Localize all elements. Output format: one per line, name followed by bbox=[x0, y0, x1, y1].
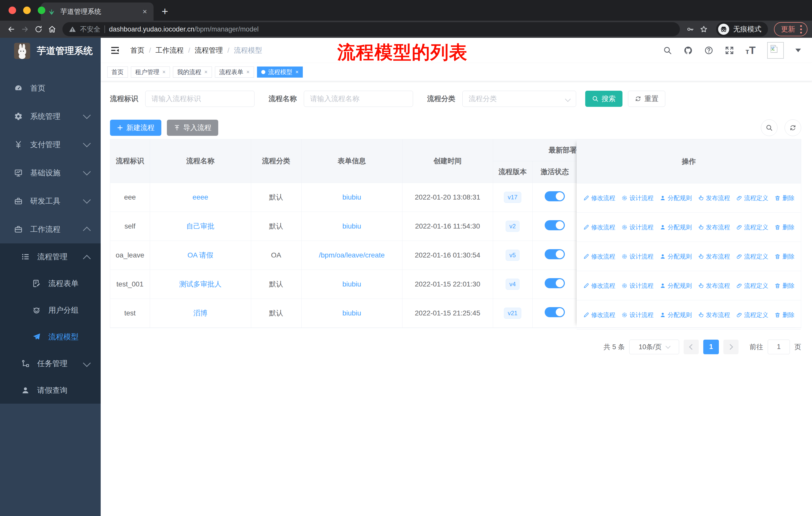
assign-rule-link[interactable]: 分配规则 bbox=[660, 282, 692, 290]
close-tab-icon[interactable]: × bbox=[142, 7, 147, 16]
sidebar-fold-button[interactable] bbox=[106, 42, 124, 59]
active-status-toggle[interactable] bbox=[545, 191, 565, 201]
delete-link[interactable]: 删除 bbox=[775, 311, 794, 319]
browser-menu-icon[interactable] bbox=[800, 25, 802, 33]
publish-flow-link[interactable]: 发布流程 bbox=[698, 311, 730, 319]
process-name-link[interactable]: 自己审批 bbox=[186, 222, 214, 230]
tag-process-model[interactable]: 流程模型× bbox=[257, 66, 303, 78]
search-icon[interactable] bbox=[663, 46, 672, 55]
tag-home[interactable]: 首页 bbox=[107, 66, 128, 78]
design-flow-link[interactable]: 设计流程 bbox=[621, 311, 654, 319]
passwords-button[interactable] bbox=[684, 22, 697, 36]
modify-flow-link[interactable]: 修改流程 bbox=[583, 311, 615, 319]
address-bar[interactable]: 不安全 dashboard.yudao.iocoder.cn/bpm/manag… bbox=[62, 22, 680, 36]
process-name-link[interactable]: eeee bbox=[193, 193, 208, 201]
close-tag-icon[interactable]: × bbox=[246, 69, 250, 75]
publish-flow-link[interactable]: 发布流程 bbox=[698, 282, 730, 290]
home-button[interactable] bbox=[45, 22, 59, 36]
version-tag[interactable]: v21 bbox=[504, 308, 521, 319]
flow-definition-link[interactable]: 流程定义 bbox=[736, 282, 768, 290]
sidebar-item-system[interactable]: 系统管理 bbox=[0, 102, 101, 131]
active-status-toggle[interactable] bbox=[545, 249, 565, 259]
sidebar-item-infra[interactable]: 基础设施 bbox=[0, 159, 101, 187]
update-button[interactable]: 更新 bbox=[774, 22, 808, 36]
design-flow-link[interactable]: 设计流程 bbox=[621, 252, 654, 261]
show-search-button[interactable] bbox=[761, 119, 778, 136]
fullscreen-icon[interactable] bbox=[725, 46, 734, 55]
version-tag[interactable]: v5 bbox=[506, 250, 520, 261]
process-category-select[interactable]: 流程分类 bbox=[462, 91, 576, 107]
next-page-button[interactable] bbox=[723, 340, 738, 354]
form-info-link[interactable]: biubiu bbox=[342, 280, 361, 288]
active-status-toggle[interactable] bbox=[545, 220, 565, 230]
flow-definition-link[interactable]: 流程定义 bbox=[736, 223, 768, 231]
close-tag-icon[interactable]: × bbox=[204, 69, 208, 75]
flow-definition-link[interactable]: 流程定义 bbox=[736, 252, 768, 261]
design-flow-link[interactable]: 设计流程 bbox=[621, 194, 654, 202]
version-tag[interactable]: v4 bbox=[506, 279, 520, 290]
assign-rule-link[interactable]: 分配规则 bbox=[660, 311, 692, 319]
form-info-link[interactable]: /bpm/oa/leave/create bbox=[319, 251, 385, 259]
help-icon[interactable] bbox=[704, 46, 713, 55]
tag-process-form[interactable]: 流程表单× bbox=[215, 66, 254, 78]
active-status-toggle[interactable] bbox=[545, 307, 565, 317]
sidebar-item-home[interactable]: 首页 bbox=[0, 74, 101, 102]
design-flow-link[interactable]: 设计流程 bbox=[621, 282, 654, 290]
design-flow-link[interactable]: 设计流程 bbox=[621, 223, 654, 231]
font-size-icon[interactable]: тT bbox=[746, 44, 756, 56]
modify-flow-link[interactable]: 修改流程 bbox=[583, 252, 615, 261]
refresh-table-button[interactable] bbox=[785, 119, 801, 136]
form-info-link[interactable]: biubiu bbox=[342, 193, 361, 201]
assign-rule-link[interactable]: 分配规则 bbox=[660, 252, 692, 261]
sidebar-item-payment[interactable]: 支付管理 bbox=[0, 131, 101, 159]
publish-flow-link[interactable]: 发布流程 bbox=[698, 252, 730, 261]
breadcrumb-process-mgmt[interactable]: 流程管理 bbox=[195, 46, 223, 55]
sidebar-item-workflow[interactable]: 工作流程 bbox=[0, 215, 101, 243]
flow-definition-link[interactable]: 流程定义 bbox=[736, 194, 768, 202]
user-avatar[interactable] bbox=[767, 42, 784, 59]
sidebar-item-user-group[interactable]: 用户分组 bbox=[0, 297, 101, 324]
sidebar-item-task-mgmt[interactable]: 任务管理 bbox=[0, 350, 101, 377]
reset-button[interactable]: 重置 bbox=[628, 91, 665, 107]
form-info-link[interactable]: biubiu bbox=[342, 222, 361, 230]
avatar-caret-icon[interactable] bbox=[795, 49, 801, 52]
version-tag[interactable]: v17 bbox=[504, 192, 521, 203]
modify-flow-link[interactable]: 修改流程 bbox=[583, 223, 615, 231]
create-flow-button[interactable]: 新建流程 bbox=[110, 120, 161, 136]
browser-tab[interactable]: 芋道管理系统 × bbox=[41, 2, 153, 21]
sidebar-item-process-form[interactable]: 流程表单 bbox=[0, 270, 101, 297]
close-tag-icon[interactable]: × bbox=[295, 69, 299, 75]
sidebar-item-process-model[interactable]: 流程模型 bbox=[0, 324, 101, 350]
zoom-window-button[interactable] bbox=[38, 6, 45, 14]
minimize-window-button[interactable] bbox=[23, 6, 31, 14]
form-info-link[interactable]: biubiu bbox=[342, 309, 361, 317]
tag-my-process[interactable]: 我的流程× bbox=[173, 66, 212, 78]
import-flow-button[interactable]: 导入流程 bbox=[167, 120, 218, 136]
breadcrumb-home[interactable]: 首页 bbox=[130, 46, 144, 55]
version-tag[interactable]: v2 bbox=[506, 221, 520, 232]
sidebar-item-leave-query[interactable]: 请假查询 bbox=[0, 377, 101, 404]
close-tag-icon[interactable]: × bbox=[162, 69, 166, 75]
publish-flow-link[interactable]: 发布流程 bbox=[698, 194, 730, 202]
process-name-link[interactable]: 测试多审批人 bbox=[179, 280, 222, 288]
modify-flow-link[interactable]: 修改流程 bbox=[583, 194, 615, 202]
process-name-link[interactable]: 滔博 bbox=[193, 309, 207, 317]
delete-link[interactable]: 删除 bbox=[775, 252, 794, 261]
new-tab-button[interactable]: + bbox=[157, 4, 172, 19]
sidebar-item-devtools[interactable]: 研发工具 bbox=[0, 187, 101, 215]
assign-rule-link[interactable]: 分配规则 bbox=[660, 223, 692, 231]
search-button[interactable]: 搜索 bbox=[585, 91, 622, 107]
publish-flow-link[interactable]: 发布流程 bbox=[698, 223, 730, 231]
process-name-link[interactable]: OA 请假 bbox=[187, 251, 213, 259]
process-id-input[interactable] bbox=[145, 91, 255, 107]
back-button[interactable] bbox=[4, 22, 18, 36]
goto-page-input[interactable] bbox=[768, 340, 790, 354]
delete-link[interactable]: 删除 bbox=[775, 223, 794, 231]
reload-button[interactable] bbox=[32, 22, 45, 36]
prev-page-button[interactable] bbox=[684, 340, 699, 354]
assign-rule-link[interactable]: 分配规则 bbox=[660, 194, 692, 202]
close-window-button[interactable] bbox=[8, 6, 16, 14]
active-status-toggle[interactable] bbox=[545, 278, 565, 288]
page-size-select[interactable]: 10条/页 bbox=[629, 340, 679, 354]
bookmark-button[interactable] bbox=[697, 22, 710, 36]
